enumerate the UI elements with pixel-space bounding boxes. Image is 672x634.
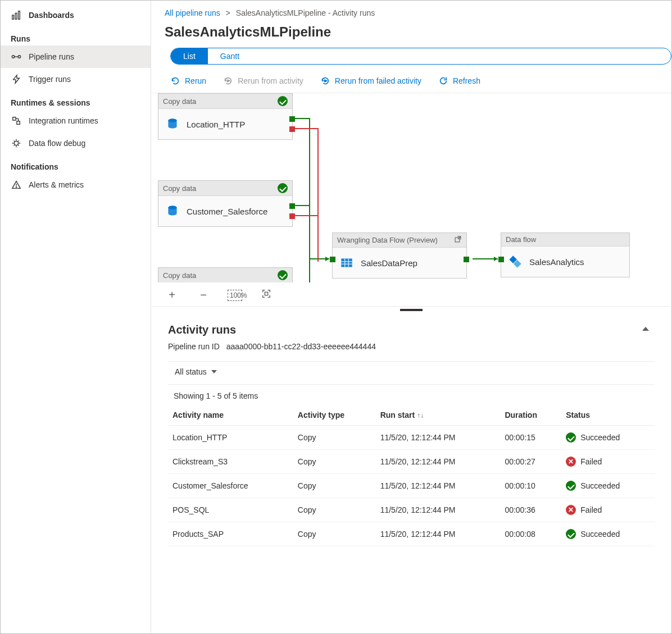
col-duration[interactable]: Duration bbox=[500, 405, 561, 426]
cell-type: Copy bbox=[293, 474, 376, 498]
status-fail-icon bbox=[566, 457, 576, 467]
pipeline-run-id: Pipeline run ID aaaa0000-bb11-cc22-dd33-… bbox=[168, 342, 655, 351]
toolbar: Rerun Rerun from activity Rerun from fai… bbox=[151, 70, 671, 93]
zoom-in-button[interactable]: + bbox=[165, 289, 179, 302]
zoom-100-button[interactable]: 100% bbox=[228, 290, 242, 301]
cell-dur: 00:00:10 bbox=[500, 474, 561, 498]
cell-type: Copy bbox=[293, 498, 376, 522]
breadcrumb-link[interactable]: All pipeline runs bbox=[165, 8, 220, 17]
zoom-out-button[interactable]: − bbox=[196, 289, 211, 302]
svg-rect-0 bbox=[12, 15, 14, 19]
cell-status: Failed bbox=[580, 457, 602, 466]
table-row[interactable]: Products_SAP Copy 11/5/20, 12:12:44 PM 0… bbox=[168, 522, 655, 546]
pipeline-icon bbox=[11, 51, 22, 62]
output-success-port[interactable] bbox=[464, 257, 469, 262]
panel-heading: Activity runs bbox=[168, 323, 655, 336]
cell-name: Customer_Salesforce bbox=[168, 474, 293, 498]
node-name: Location_HTTP bbox=[187, 120, 245, 129]
svg-marker-13 bbox=[494, 257, 498, 261]
breadcrumb-sep: > bbox=[226, 8, 230, 17]
svg-marker-10 bbox=[228, 80, 230, 82]
node-salesanalytics[interactable]: Data flow SalesAnalytics bbox=[501, 232, 630, 277]
rerun-label: Rerun bbox=[185, 76, 206, 85]
refresh-button[interactable]: Refresh bbox=[438, 76, 480, 86]
svg-rect-1 bbox=[15, 13, 17, 19]
node-name: Customer_Salesforce bbox=[187, 207, 267, 216]
pid-value: aaaa0000-bb11-cc22-dd33-eeeeee444444 bbox=[226, 342, 376, 351]
svg-point-9 bbox=[16, 187, 16, 188]
toggle-gantt[interactable]: Gantt bbox=[208, 48, 252, 64]
sidebar-section-runs: Runs bbox=[1, 26, 151, 45]
pipeline-canvas[interactable]: Copy data Location_HTTP Copy data Custom… bbox=[152, 93, 670, 307]
canvas-controls: + − 100% bbox=[165, 289, 274, 302]
debug-icon bbox=[11, 138, 22, 149]
col-type[interactable]: Activity type bbox=[293, 405, 376, 426]
table-row[interactable]: Customer_Salesforce Copy 11/5/20, 12:12:… bbox=[168, 474, 655, 498]
output-fail-port[interactable] bbox=[289, 213, 295, 219]
popout-icon[interactable] bbox=[454, 235, 462, 245]
col-start[interactable]: Run start↑↓ bbox=[376, 405, 501, 426]
node-salesdataprep[interactable]: Wrangling Data Flow (Preview) SalesDataP… bbox=[332, 232, 467, 279]
cell-dur: 00:00:27 bbox=[500, 450, 561, 474]
cell-name: Products_SAP bbox=[168, 522, 293, 546]
status-success-icon bbox=[278, 183, 288, 193]
table-row[interactable]: POS_SQL Copy 11/5/20, 12:12:44 PM 00:00:… bbox=[168, 498, 655, 522]
svg-point-4 bbox=[18, 56, 21, 58]
toggle-list[interactable]: List bbox=[171, 48, 208, 64]
sidebar-item-pipeline-runs[interactable]: Pipeline runs bbox=[1, 45, 151, 68]
cell-start: 11/5/20, 12:12:44 PM bbox=[376, 522, 501, 546]
showing-text: Showing 1 - 5 of 5 items bbox=[168, 385, 655, 405]
sidebar-item-label: Alerts & metrics bbox=[29, 180, 84, 189]
node-name: SalesDataPrep bbox=[361, 258, 417, 268]
rerun-failed-button[interactable]: Rerun from failed activity bbox=[320, 76, 421, 86]
dataflow-icon bbox=[508, 254, 523, 269]
input-port[interactable] bbox=[330, 257, 335, 262]
col-status[interactable]: Status bbox=[561, 405, 655, 426]
table-row[interactable]: Location_HTTP Copy 11/5/20, 12:12:44 PM … bbox=[168, 426, 655, 450]
cell-name: Location_HTTP bbox=[168, 426, 293, 450]
rerun-button[interactable]: Rerun bbox=[170, 76, 206, 86]
dashboard-icon bbox=[11, 10, 22, 21]
input-port[interactable] bbox=[498, 257, 504, 262]
breadcrumb-current: SalesAnalyticsMLPipeline - Activity runs bbox=[236, 8, 375, 17]
node-customer-salesforce[interactable]: Copy data Customer_Salesforce bbox=[158, 180, 293, 227]
output-success-port[interactable] bbox=[289, 116, 295, 122]
sidebar-item-integration-runtimes[interactable]: Integration runtimes bbox=[1, 110, 151, 132]
svg-rect-18 bbox=[341, 258, 352, 267]
status-success-icon bbox=[566, 432, 576, 443]
sidebar: Dashboards Runs Pipeline runs Trigger ru… bbox=[1, 1, 151, 633]
rerun-from-activity-button: Rerun from activity bbox=[223, 76, 303, 86]
status-success-icon bbox=[566, 529, 576, 539]
cell-status: Failed bbox=[580, 505, 602, 514]
output-fail-port[interactable] bbox=[289, 126, 295, 132]
status-success-icon bbox=[566, 481, 576, 491]
node-location-http[interactable]: Copy data Location_HTTP bbox=[158, 93, 293, 140]
cell-type: Copy bbox=[293, 450, 376, 474]
chevron-down-icon bbox=[211, 370, 217, 373]
breadcrumb: All pipeline runs > SalesAnalyticsMLPipe… bbox=[151, 1, 671, 21]
status-filter-button[interactable]: All status bbox=[171, 365, 220, 378]
sidebar-item-trigger-runs[interactable]: Trigger runs bbox=[1, 68, 151, 90]
node-type: Copy data bbox=[163, 97, 196, 106]
sidebar-item-dataflow-debug[interactable]: Data flow debug bbox=[1, 132, 151, 154]
database-icon bbox=[165, 117, 180, 131]
table-icon bbox=[339, 256, 354, 270]
pid-label: Pipeline run ID bbox=[168, 342, 220, 351]
svg-rect-5 bbox=[13, 117, 16, 120]
svg-point-7 bbox=[14, 141, 18, 145]
svg-point-3 bbox=[12, 56, 15, 58]
table-row[interactable]: Clickstream_S3 Copy 11/5/20, 12:12:44 PM… bbox=[168, 450, 655, 474]
database-icon bbox=[165, 204, 180, 218]
fit-screen-button[interactable] bbox=[259, 289, 274, 302]
sidebar-item-dashboards[interactable]: Dashboards bbox=[1, 4, 151, 26]
rerun-from-activity-label: Rerun from activity bbox=[238, 76, 303, 85]
collapse-panel-button[interactable] bbox=[642, 323, 649, 332]
svg-marker-12 bbox=[325, 257, 329, 261]
cell-start: 11/5/20, 12:12:44 PM bbox=[376, 426, 501, 450]
col-activity[interactable]: Activity name bbox=[168, 405, 293, 426]
output-success-port[interactable] bbox=[289, 203, 295, 209]
sidebar-item-alerts[interactable]: Alerts & metrics bbox=[1, 174, 151, 196]
cell-dur: 00:00:36 bbox=[500, 498, 561, 522]
sort-indicator-icon: ↑↓ bbox=[417, 412, 424, 419]
sidebar-item-label: Dashboards bbox=[29, 11, 74, 20]
